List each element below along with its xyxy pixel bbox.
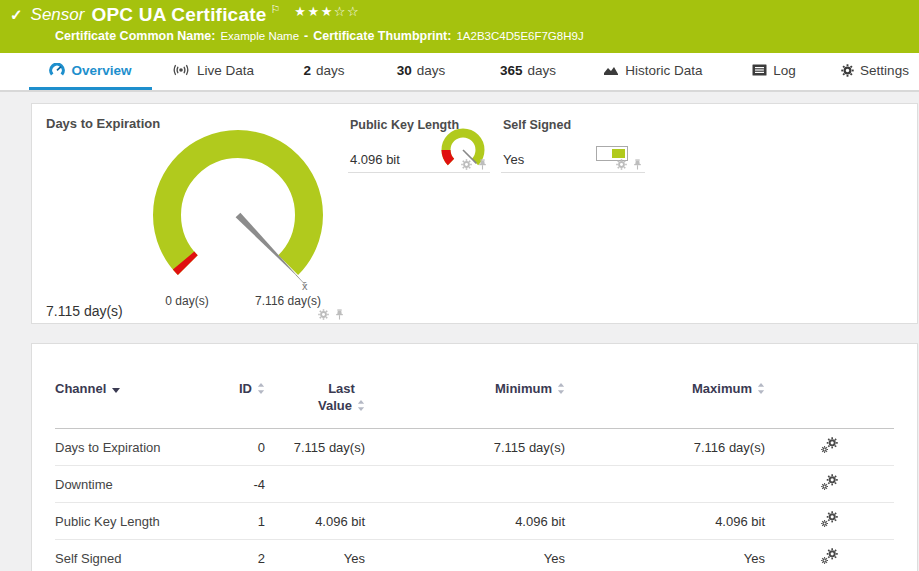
thumbprint-label: Certificate Thumbprint: <box>313 29 451 43</box>
minimum-cell: 7.115 day(s) <box>365 429 565 466</box>
column-header-id[interactable]: ID <box>205 364 265 429</box>
priority-stars[interactable]: ★★★☆☆ <box>294 4 360 19</box>
common-name-value: Example Name <box>220 30 299 42</box>
channel-table-panel: Channel ID Last Value Minimum Maximum <box>31 343 918 571</box>
tab-number: 365 <box>500 63 523 78</box>
column-header-actions <box>765 364 894 429</box>
gauge-mean-marker: x̄ <box>302 280 308 292</box>
channel-id-cell: 0 <box>205 429 265 466</box>
gauge-max-label: 7.116 day(s) <box>238 294 338 308</box>
gauge-current-value: 7.115 day(s) <box>46 303 123 319</box>
minimum-cell <box>365 466 565 503</box>
maximum-cell: Yes <box>565 540 765 571</box>
tab-label: Settings <box>860 63 909 78</box>
sort-icon <box>357 400 365 411</box>
tab-label: Historic Data <box>625 63 702 78</box>
minimum-cell: Yes <box>365 540 565 571</box>
channel-id-cell: 2 <box>205 540 265 571</box>
column-header-minimum[interactable]: Minimum <box>365 364 565 429</box>
tab-log[interactable]: Log <box>738 53 810 90</box>
minimum-cell: 4.096 bit <box>365 503 565 540</box>
channel-id-cell: -4 <box>205 466 265 503</box>
last-value-cell <box>265 466 365 503</box>
gauge-title: Self Signed <box>503 118 571 132</box>
flag-icon[interactable]: ⚐ <box>270 3 280 16</box>
subtitle-separator: - <box>304 29 308 43</box>
maximum-cell: 7.116 day(s) <box>565 429 765 466</box>
tab-label: days <box>417 63 446 78</box>
gauge-current-value: Yes <box>503 152 524 167</box>
pin-icon[interactable] <box>632 159 643 170</box>
last-value-cell: 4.096 bit <box>265 503 365 540</box>
edit-channel-icon[interactable] <box>821 474 838 491</box>
sensor-title: OPC UA Certificate <box>91 4 266 26</box>
last-value-cell: 7.115 day(s) <box>265 429 365 466</box>
tab-label: Log <box>773 63 796 78</box>
days-to-expiration-gauge <box>128 120 348 315</box>
gear-icon <box>841 64 854 77</box>
gauges-panel: Days to Expiration x̄ 0 day(s) 7.116 day… <box>31 103 918 324</box>
log-icon <box>752 64 767 76</box>
tab-bar: Overview Live Data 2 days 30 days 365 da… <box>0 53 919 92</box>
status-check-icon: ✓ <box>10 6 23 24</box>
sort-icon <box>257 383 265 394</box>
tab-settings[interactable]: Settings <box>832 53 918 90</box>
self-signed-tile: Self Signed Yes <box>501 114 645 173</box>
tab-30-days[interactable]: 30 days <box>380 53 462 90</box>
tab-label: days <box>316 63 345 78</box>
table-row: Days to Expiration 0 7.115 day(s) 7.115 … <box>55 429 894 466</box>
column-header-channel[interactable]: Channel <box>55 364 205 429</box>
tab-365-days[interactable]: 365 days <box>478 53 578 90</box>
caret-down-icon <box>112 388 120 393</box>
public-key-length-tile: Public Key Length 4.096 bit <box>348 114 490 173</box>
tab-2-days[interactable]: 2 days <box>285 53 363 90</box>
common-name-label: Certificate Common Name: <box>55 29 215 43</box>
tab-label: days <box>528 63 557 78</box>
sort-icon <box>557 383 565 394</box>
table-row: Self Signed 2 Yes Yes Yes <box>55 540 894 571</box>
gauge-current-value: 4.096 bit <box>350 152 400 167</box>
sort-icon <box>757 383 765 394</box>
object-type-label: Sensor <box>31 5 85 25</box>
gauge-min-label: 0 day(s) <box>147 294 227 308</box>
table-row: Downtime -4 <box>55 466 894 503</box>
toggle-knob <box>612 149 625 158</box>
edit-channel-icon[interactable] <box>821 511 838 528</box>
tab-live-data[interactable]: Live Data <box>160 53 265 90</box>
column-header-maximum[interactable]: Maximum <box>565 364 765 429</box>
channel-name-cell: Public Key Length <box>55 503 205 540</box>
tab-number: 30 <box>397 63 412 78</box>
gear-icon[interactable] <box>616 159 627 170</box>
broadcast-icon <box>171 64 191 76</box>
tab-label: Live Data <box>197 63 254 78</box>
pin-icon[interactable] <box>477 159 488 170</box>
star-filled-icons[interactable]: ★★★ <box>294 4 333 19</box>
table-header-row: Channel ID Last Value Minimum Maximum <box>55 364 894 429</box>
sensor-header: ✓ Sensor OPC UA Certificate ⚐ ★★★☆☆ Cert… <box>0 0 919 53</box>
table-row: Public Key Length 1 4.096 bit 4.096 bit … <box>55 503 894 540</box>
tab-historic-data[interactable]: Historic Data <box>598 53 708 90</box>
channel-table: Channel ID Last Value Minimum Maximum <box>55 364 894 571</box>
gear-icon[interactable] <box>461 159 472 170</box>
channel-name-cell: Downtime <box>55 466 205 503</box>
star-empty-icons[interactable]: ☆☆ <box>334 4 360 19</box>
pin-icon[interactable] <box>334 309 345 320</box>
thumbprint-value: 1A2B3C4D5E6F7G8H9J <box>456 30 583 42</box>
gear-icon[interactable] <box>318 309 329 320</box>
edit-channel-icon[interactable] <box>821 548 838 565</box>
edit-channel-icon[interactable] <box>821 437 838 454</box>
last-value-cell: Yes <box>265 540 365 571</box>
channel-name-cell: Days to Expiration <box>55 429 205 466</box>
tab-number: 2 <box>303 63 311 78</box>
maximum-cell: 4.096 bit <box>565 503 765 540</box>
tab-label: Overview <box>71 63 131 78</box>
column-header-last-value[interactable]: Last Value <box>265 364 365 429</box>
tab-overview[interactable]: Overview <box>29 53 152 90</box>
chart-icon <box>603 64 619 77</box>
sensor-subtitle: Certificate Common Name: Example Name - … <box>55 29 589 43</box>
maximum-cell <box>565 466 765 503</box>
channel-id-cell: 1 <box>205 503 265 540</box>
gauge-icon <box>49 63 65 77</box>
channel-name-cell: Self Signed <box>55 540 205 571</box>
